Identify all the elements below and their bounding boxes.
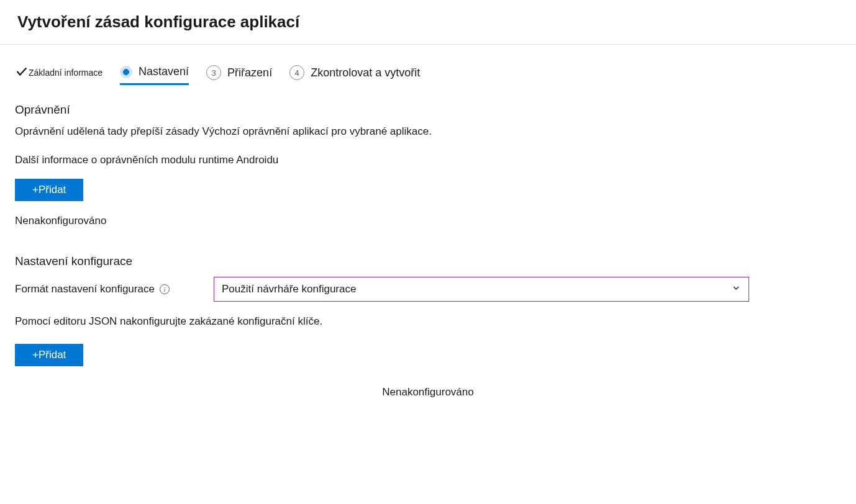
config-format-selected-value: Použití návrháře konfigurace	[222, 283, 356, 295]
permissions-heading: Oprávnění	[15, 103, 841, 117]
wizard-step-settings[interactable]: Nastavení	[120, 65, 189, 85]
chevron-down-icon	[731, 283, 741, 296]
config-format-select[interactable]: Použití návrháře konfigurace	[214, 277, 749, 302]
add-permission-button[interactable]: +Přidat	[15, 179, 83, 201]
check-icon	[15, 65, 29, 81]
wizard-step-label: Zkontrolovat a vytvořit	[311, 66, 420, 79]
wizard-step-label: Přiřazení	[227, 66, 272, 79]
wizard-step-review[interactable]: 4 Zkontrolovat a vytvořit	[289, 65, 420, 85]
wizard-step-label: Nastavení	[139, 65, 189, 78]
config-not-configured: Nenakonfigurováno	[15, 386, 841, 398]
permissions-learn-more-link[interactable]: Další informace o oprávněních modulu run…	[15, 154, 841, 166]
add-config-button[interactable]: +Přidat	[15, 344, 83, 366]
wizard-step-number: 4	[289, 65, 304, 80]
wizard-step-indicator	[120, 66, 132, 78]
wizard-step-assignments[interactable]: 3 Přiřazení	[206, 65, 272, 85]
wizard-step-number: 3	[206, 65, 221, 80]
page-title: Vytvoření zásad konfigurace aplikací	[17, 12, 839, 32]
config-json-hint: Pomocí editoru JSON nakonfigurujte zakáz…	[15, 315, 841, 328]
config-settings-heading: Nastavení konfigurace	[15, 254, 841, 268]
permissions-not-configured: Nenakonfigurováno	[15, 215, 841, 227]
wizard-step-basics[interactable]: Základní informace	[15, 65, 102, 86]
wizard-steps: Základní informace Nastavení 3 Přiřazení…	[15, 65, 841, 86]
permissions-description: Oprávnění udělená tady přepíší zásady Vý…	[15, 125, 841, 138]
wizard-step-label: Základní informace	[29, 68, 102, 78]
config-format-label: Formát nastavení konfigurace	[15, 283, 155, 295]
info-icon[interactable]: i	[160, 284, 170, 294]
